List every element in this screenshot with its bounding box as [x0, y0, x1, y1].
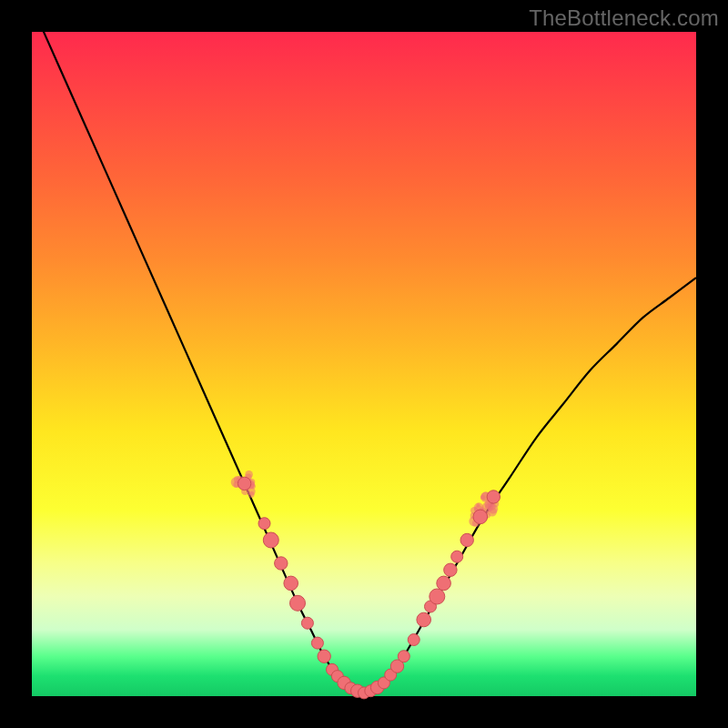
marker-dot — [451, 551, 463, 562]
marker-dot — [290, 595, 306, 611]
marker-dot — [318, 650, 330, 662]
marker-dot — [398, 651, 410, 662]
marker-dots-group — [238, 477, 500, 699]
marker-dot — [417, 612, 431, 627]
curve-svg — [32, 32, 696, 696]
chart-frame: TheBottleneck.com — [0, 0, 728, 728]
marker-dot — [460, 533, 473, 546]
marker-fuzz — [476, 503, 480, 507]
marker-dot — [311, 637, 323, 649]
marker-dot — [437, 576, 451, 591]
watermark-text: TheBottleneck.com — [529, 5, 719, 31]
marker-dot — [487, 490, 500, 503]
bottleneck-curve — [32, 5, 696, 693]
marker-fuzz-group — [231, 470, 500, 527]
marker-dot — [473, 510, 488, 524]
marker-dot — [238, 477, 250, 490]
marker-dot — [301, 617, 313, 629]
marker-dot — [444, 563, 457, 576]
marker-dot — [275, 557, 288, 570]
marker-dot — [263, 532, 278, 548]
plot-area — [32, 32, 696, 696]
marker-dot — [284, 576, 298, 591]
marker-fuzz — [480, 495, 485, 500]
marker-dot — [430, 589, 445, 604]
marker-dot — [408, 634, 420, 646]
marker-dot — [258, 518, 270, 530]
